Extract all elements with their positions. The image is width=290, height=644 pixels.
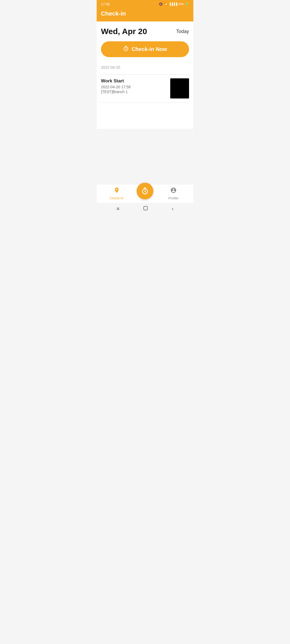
status-icons: 🔇 📶 ▐▐▐▐ 98% 🔋 xyxy=(159,2,189,6)
profile-nav-label: Profile xyxy=(168,196,178,200)
status-time: 17:58 xyxy=(101,2,110,6)
battery-icon: 🔋 xyxy=(185,2,189,6)
nav-center-checkin-button[interactable] xyxy=(137,183,153,199)
system-nav-bar: ≡ ‹ xyxy=(97,203,193,215)
signal-icon: ▐▐▐▐ xyxy=(169,2,177,6)
status-bar: 17:58 🔇 📶 ▐▐▐▐ 98% 🔋 xyxy=(97,0,193,8)
work-entry-photo xyxy=(170,78,189,98)
page-title: Check-in xyxy=(101,10,189,17)
work-entry-datetime: 2022-04-20 17:58 xyxy=(101,85,170,89)
svg-point-3 xyxy=(116,189,117,190)
checkin-nav-label: Check-In xyxy=(110,196,124,200)
bottom-nav: Check-In Profile xyxy=(97,184,193,203)
nav-profile[interactable]: Profile xyxy=(153,187,193,200)
section-divider-bottom xyxy=(101,102,189,103)
system-home-button[interactable] xyxy=(143,206,148,212)
today-label: Today xyxy=(176,29,189,34)
nav-checkin[interactable]: Check-In xyxy=(97,187,137,200)
current-date: Wed, Apr 20 xyxy=(101,27,147,36)
battery-percent: 98% xyxy=(178,2,184,6)
app-header: Check-in xyxy=(97,8,193,21)
svg-rect-7 xyxy=(144,206,147,210)
system-menu-button[interactable]: ≡ xyxy=(117,206,119,212)
work-entry-branch: [TEST]Branch 1 xyxy=(101,90,170,94)
main-content: Wed, Apr 20 Today Check-in Now 2022-04-2… xyxy=(97,21,193,129)
checkin-now-label: Check-in Now xyxy=(132,46,167,52)
checkin-clock-icon xyxy=(123,46,129,53)
work-entry-row: Work Start 2022-04-20 17:58 [TEST]Branch… xyxy=(101,75,189,102)
system-back-button[interactable]: ‹ xyxy=(172,206,173,212)
checkin-nav-icon xyxy=(114,187,120,195)
main-panel: Wed, Apr 20 Today Check-in Now 2022-04-2… xyxy=(97,21,193,108)
checkin-now-button[interactable]: Check-in Now xyxy=(101,41,189,57)
wifi-icon: 📶 xyxy=(164,2,168,6)
date-section-label: 2022-04-20 xyxy=(101,65,189,72)
work-entry-info: Work Start 2022-04-20 17:58 [TEST]Branch… xyxy=(101,78,170,94)
date-row: Wed, Apr 20 Today xyxy=(101,27,189,36)
profile-nav-icon xyxy=(170,187,177,195)
mute-icon: 🔇 xyxy=(159,2,163,6)
work-entry-title: Work Start xyxy=(101,78,170,84)
